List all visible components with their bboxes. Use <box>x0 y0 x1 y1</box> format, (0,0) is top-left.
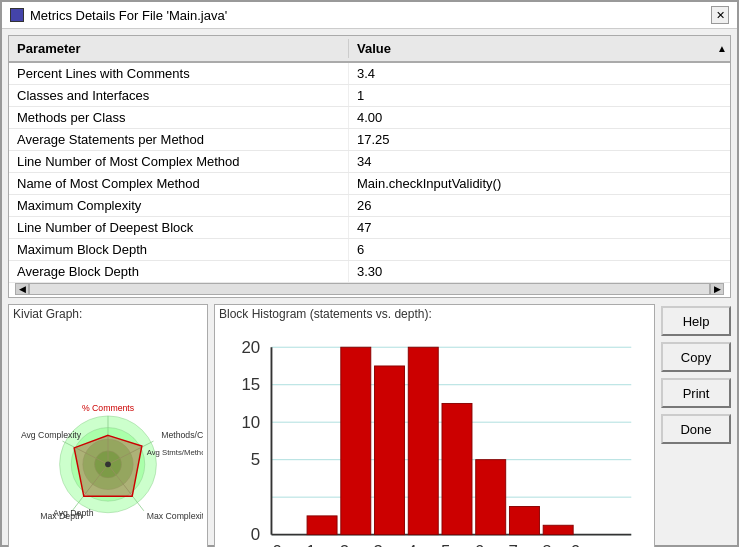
svg-text:3: 3 <box>374 542 383 547</box>
svg-text:0: 0 <box>272 542 281 547</box>
param-cell: Maximum Block Depth <box>9 239 349 260</box>
svg-text:% Comments: % Comments <box>82 403 135 413</box>
value-cell: Main.checkInputValidity() <box>349 173 730 194</box>
svg-text:10: 10 <box>241 413 260 432</box>
svg-text:1: 1 <box>306 542 315 547</box>
table-row: Methods per Class4.00 <box>9 107 730 129</box>
svg-rect-35 <box>442 403 472 534</box>
svg-text:Max Complexity: Max Complexity <box>147 510 203 520</box>
param-cell: Average Block Depth <box>9 261 349 282</box>
table-row: Average Statements per Method17.25 <box>9 129 730 151</box>
close-button[interactable]: ✕ <box>711 6 729 24</box>
window-icon <box>10 8 24 22</box>
value-cell: 6 <box>349 239 730 260</box>
title-bar: Metrics Details For File 'Main.java' ✕ <box>2 2 737 29</box>
svg-text:5: 5 <box>441 542 450 547</box>
svg-text:5: 5 <box>251 450 260 469</box>
table-row: Name of Most Complex MethodMain.checkInp… <box>9 173 730 195</box>
svg-point-10 <box>105 461 111 467</box>
value-cell: 3.4 <box>349 63 730 84</box>
graph-row: Kiviat Graph: <box>8 304 655 547</box>
buttons-area: Help Copy Print Done <box>661 304 731 547</box>
table-row: Line Number of Most Complex Method34 <box>9 151 730 173</box>
title-bar-left: Metrics Details For File 'Main.java' <box>10 8 227 23</box>
svg-text:2: 2 <box>340 542 349 547</box>
svg-text:6: 6 <box>475 542 484 547</box>
scroll-left-button[interactable]: ◀ <box>15 283 29 295</box>
value-cell: 26 <box>349 195 730 216</box>
svg-rect-38 <box>543 525 573 534</box>
lower-section: Kiviat Graph: <box>2 298 737 547</box>
scroll-track[interactable] <box>29 283 710 295</box>
print-button[interactable]: Print <box>661 378 731 408</box>
param-cell: Methods per Class <box>9 107 349 128</box>
svg-rect-33 <box>375 366 405 535</box>
svg-text:Avg Stmts/Method: Avg Stmts/Method <box>147 447 203 456</box>
param-cell: Percent Lines with Comments <box>9 63 349 84</box>
histogram-graph: 20 15 10 5 0 <box>215 323 654 547</box>
svg-text:20: 20 <box>241 338 260 357</box>
svg-text:Avg Complexity: Avg Complexity <box>21 430 82 440</box>
svg-rect-31 <box>307 516 337 535</box>
param-cell: Line Number of Most Complex Method <box>9 151 349 172</box>
svg-rect-37 <box>509 507 539 535</box>
table-row: Classes and Interfaces1 <box>9 85 730 107</box>
param-cell: Classes and Interfaces <box>9 85 349 106</box>
kiviat-graph: % Comments Methods/Class Max Complexity … <box>9 323 207 547</box>
param-column-header: Parameter <box>9 39 349 58</box>
svg-rect-36 <box>476 460 506 535</box>
table-body[interactable]: Percent Lines with Comments3.4Classes an… <box>9 63 730 283</box>
param-cell: Average Statements per Method <box>9 129 349 150</box>
svg-rect-34 <box>408 347 438 534</box>
param-cell: Maximum Complexity <box>9 195 349 216</box>
help-button[interactable]: Help <box>661 306 731 336</box>
svg-text:7: 7 <box>509 542 518 547</box>
histogram-label: Block Histogram (statements vs. depth): <box>215 305 654 323</box>
table-row: Average Block Depth3.30 <box>9 261 730 283</box>
table-row: Maximum Complexity26 <box>9 195 730 217</box>
kiviat-label: Kiviat Graph: <box>9 305 207 323</box>
svg-text:8: 8 <box>542 542 551 547</box>
value-cell: 1 <box>349 85 730 106</box>
svg-text:9+: 9+ <box>571 542 590 547</box>
main-window: Metrics Details For File 'Main.java' ✕ P… <box>0 0 739 547</box>
value-cell: 34 <box>349 151 730 172</box>
svg-text:Methods/Class: Methods/Class <box>161 430 203 440</box>
graphs-area: Kiviat Graph: <box>8 304 655 547</box>
value-cell: 4.00 <box>349 107 730 128</box>
table-row: Line Number of Deepest Block47 <box>9 217 730 239</box>
done-button[interactable]: Done <box>661 414 731 444</box>
svg-text:15: 15 <box>241 375 260 394</box>
svg-rect-32 <box>341 347 371 534</box>
scroll-right-button[interactable]: ▶ <box>710 283 724 295</box>
histogram-svg: 20 15 10 5 0 <box>219 327 650 547</box>
svg-text:4: 4 <box>407 542 416 547</box>
value-cell: 17.25 <box>349 129 730 150</box>
table-row: Percent Lines with Comments3.4 <box>9 63 730 85</box>
param-cell: Line Number of Deepest Block <box>9 217 349 238</box>
kiviat-container: Kiviat Graph: <box>8 304 208 547</box>
copy-button[interactable]: Copy <box>661 342 731 372</box>
param-cell: Name of Most Complex Method <box>9 173 349 194</box>
svg-text:Avg Depth: Avg Depth <box>53 507 94 517</box>
kiviat-svg: % Comments Methods/Class Max Complexity … <box>13 385 203 535</box>
metrics-table: Parameter Value ▲ Percent Lines with Com… <box>8 35 731 298</box>
table-header: Parameter Value ▲ <box>9 36 730 63</box>
scroll-up-indicator: ▲ <box>714 39 730 58</box>
window-title: Metrics Details For File 'Main.java' <box>30 8 227 23</box>
horizontal-scrollbar[interactable]: ◀ ▶ <box>9 283 730 295</box>
histogram-container: Block Histogram (statements vs. depth): <box>214 304 655 547</box>
value-cell: 47 <box>349 217 730 238</box>
svg-text:0: 0 <box>251 525 260 544</box>
table-row: Maximum Block Depth6 <box>9 239 730 261</box>
value-cell: 3.30 <box>349 261 730 282</box>
value-column-header: Value <box>349 39 714 58</box>
